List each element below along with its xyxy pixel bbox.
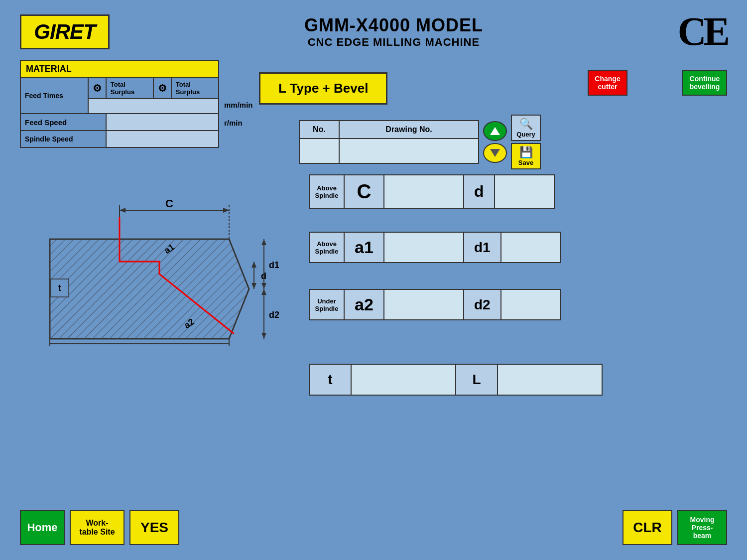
yes-button[interactable]: YES [129,510,179,545]
spindle-speed-label: Spindle Speed [20,131,106,147]
svg-text:d1: d1 [269,260,279,270]
d2-letter: d2 [464,289,501,320]
drawing-table: No. Drawing No. [299,120,479,164]
change-cutter-button[interactable]: Change cutter [588,70,627,96]
feed-speed-value[interactable] [106,114,219,131]
above-spindle-a1d1-section: Above Spindle a1 d1 [309,232,561,263]
feed-speed-unit: mm/min [224,101,253,109]
bottom-left-buttons: Home Work-table Site YES [20,510,179,545]
logo-text: GIRET [34,20,95,44]
c-letter: C [344,175,384,208]
spindle-speed-unit: r/min [224,119,243,127]
a1-value[interactable] [384,232,464,263]
svg-text:C: C [165,197,173,210]
param-table-cd: Above Spindle C d [309,174,555,209]
gear-icon-2: ⚙ [153,78,171,99]
svg-marker-14 [251,262,256,268]
machine-diagram: C t d d1 d2 a1 a2 [20,174,279,364]
d-value[interactable] [495,175,554,208]
svg-marker-3 [50,239,249,339]
svg-marker-23 [261,333,266,339]
material-section: MATERIAL Feed Times ⚙ Total Surplus ⚙ To… [20,60,219,148]
svg-marker-6 [120,208,125,213]
save-button[interactable]: 💾 Save [511,143,541,169]
d-letter: d [464,175,495,208]
a2-letter: a2 [344,289,384,320]
svg-text:t: t [58,283,61,293]
svg-marker-19 [261,283,266,289]
above-spindle-cd-section: Above Spindle C d [309,174,555,209]
under-spindle-label: Under Spindle [309,289,344,320]
gear-icon-1: ⚙ [88,78,106,99]
tl-table: t L [309,364,603,396]
under-spindle-a2d2-section: Under Spindle a2 d2 [309,289,561,320]
material-table: MATERIAL Feed Times ⚙ Total Surplus ⚙ To… [20,60,219,148]
svg-text:d2: d2 [269,310,279,320]
header: GIRET GMM-X4000 MODEL CNC EDGE MILLING M… [0,0,747,54]
ce-mark: CE [678,9,727,54]
t-value[interactable] [351,364,456,395]
nav-down-button[interactable] [483,143,507,163]
above-spindle-label-a1d1: Above Spindle [309,232,344,263]
action-buttons: 🔍 Query 💾 Save [511,115,541,169]
diagram-section: C t d d1 d2 a1 a2 [20,174,284,369]
a2-value[interactable] [384,289,464,320]
svg-marker-7 [223,208,229,213]
drawing-no-cell[interactable] [299,139,339,163]
svg-marker-18 [261,239,266,245]
title-center: GMM-X4000 MODEL CNC EDGE MILLING MACHINE [304,15,483,49]
col-drawing: Drawing No. [339,121,479,139]
clr-button[interactable]: CLR [622,510,672,545]
bottom-right-buttons: CLR Moving Press-beam [622,510,727,545]
l-letter: L [456,364,498,395]
t-letter: t [309,364,351,395]
moving-pressbeam-button[interactable]: Moving Press-beam [677,510,727,545]
feed-times-value[interactable] [88,99,219,114]
tl-section: t L [309,364,603,396]
home-button[interactable]: Home [20,510,65,545]
svg-marker-22 [261,289,266,295]
param-table-a2d2: Under Spindle a2 d2 [309,289,561,320]
a1-letter: a1 [344,232,384,263]
logo-box: GIRET [20,14,110,49]
svg-marker-1 [490,149,500,157]
d1-value[interactable] [501,232,561,263]
spindle-speed-value[interactable] [106,131,219,147]
l-value[interactable] [498,364,602,395]
above-spindle-label-cd: Above Spindle [309,175,344,208]
col-no: No. [299,121,339,139]
nav-buttons [483,121,507,163]
drawing-table-section: No. Drawing No. 🔍 Query 💾 Save [299,115,541,169]
material-header: MATERIAL [20,60,219,78]
total-label-1: Total Surplus [106,78,153,99]
d2-value[interactable] [501,289,561,320]
query-label: Query [516,131,535,138]
continue-bevelling-button[interactable]: Continue bevelling [682,70,727,96]
title-sub: CNC EDGE MILLING MACHINE [304,36,483,49]
search-icon: 🔍 [519,118,533,131]
save-label: Save [518,159,533,166]
title-main: GMM-X4000 MODEL [304,15,483,36]
svg-marker-0 [490,127,500,135]
d1-letter: d1 [464,232,501,263]
feed-speed-label: Feed Speed [20,114,106,131]
type-button[interactable]: L Type + Bevel [259,72,387,105]
nav-up-button[interactable] [483,121,507,141]
worktable-site-button[interactable]: Work-table Site [70,510,124,545]
query-button[interactable]: 🔍 Query [511,115,541,141]
svg-marker-15 [251,283,256,289]
c-value[interactable] [384,175,464,208]
param-table-a1d1: Above Spindle a1 d1 [309,232,561,263]
total-label-2: Total Surplus [171,78,219,99]
drawing-value-cell[interactable] [339,139,479,163]
save-icon: 💾 [519,146,533,159]
feed-times-label: Feed Times [20,78,88,114]
